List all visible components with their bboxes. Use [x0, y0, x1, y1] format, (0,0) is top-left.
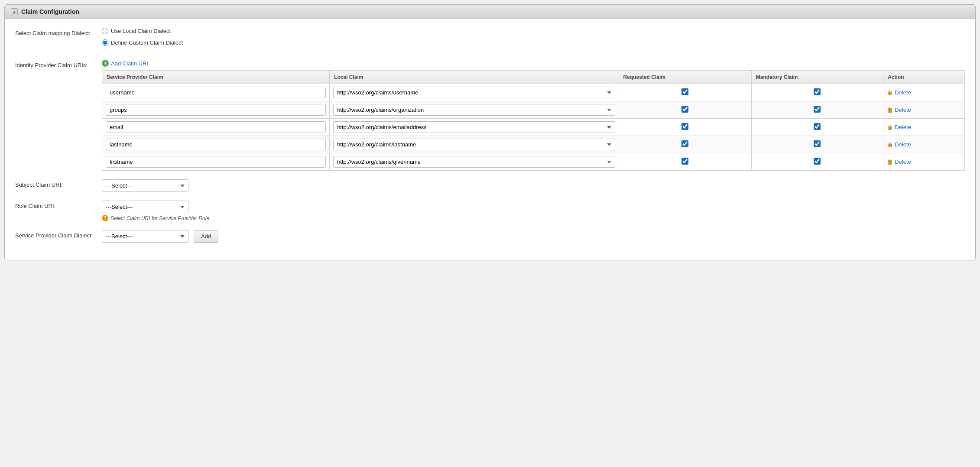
- delete-label: Delete: [895, 124, 911, 130]
- action-cell: 🗑Delete: [883, 153, 965, 171]
- mandatory-checkbox[interactable]: [814, 123, 821, 130]
- radio-custom-label: Define Custom Claim Dialect: [111, 39, 183, 46]
- mandatory-checkbox[interactable]: [814, 88, 821, 95]
- role-claim-row: Role Claim URI: ---Select--- ? Select Cl…: [15, 201, 965, 221]
- action-cell: 🗑Delete: [883, 119, 965, 136]
- title-bar: ▲ Claim Configuration: [5, 5, 975, 19]
- add-claim-icon: +: [102, 60, 109, 67]
- subject-claim-row: Subject Claim URI: ---Select---: [15, 179, 965, 192]
- select-claim-label: Select Claim mapping Dialect:: [15, 28, 102, 37]
- action-cell: 🗑Delete: [883, 84, 965, 101]
- th-local-claim: Local Claim: [330, 71, 619, 84]
- sp-claim-dialect-input-row: ---Select--- Add: [102, 230, 965, 243]
- local-claim-select[interactable]: http://wso2.org/claims/usernamehttp://ws…: [333, 104, 615, 116]
- select-claim-row: Select Claim mapping Dialect: Use Local …: [15, 28, 965, 51]
- table-header-row: Service Provider Claim Local Claim Reque…: [102, 71, 965, 84]
- local-claim-cell: http://wso2.org/claims/usernamehttp://ws…: [330, 136, 619, 153]
- local-claim-cell: http://wso2.org/claims/usernamehttp://ws…: [330, 153, 619, 171]
- idp-claim-label: Identity Provider Claim URIs:: [15, 60, 102, 69]
- help-icon: ?: [102, 215, 108, 221]
- table-row: http://wso2.org/claims/usernamehttp://ws…: [102, 153, 965, 171]
- role-claim-label: Role Claim URI:: [15, 201, 102, 210]
- trash-icon: 🗑: [887, 159, 893, 165]
- local-claim-select[interactable]: http://wso2.org/claims/usernamehttp://ws…: [333, 139, 615, 150]
- local-claim-select[interactable]: http://wso2.org/claims/usernamehttp://ws…: [333, 87, 615, 98]
- subject-claim-select[interactable]: ---Select---: [102, 179, 188, 192]
- requested-claim-cell: [619, 136, 751, 153]
- table-row: http://wso2.org/claims/usernamehttp://ws…: [102, 84, 965, 101]
- th-mandatory: Mandatory Claim: [751, 71, 883, 84]
- idp-claim-control: + Add Claim URI Service Provider Claim L…: [102, 60, 965, 171]
- radio-custom-option[interactable]: Define Custom Claim Dialect: [102, 39, 965, 46]
- sp-claim-cell: [102, 84, 330, 101]
- sp-claim-input[interactable]: [106, 139, 326, 150]
- mandatory-checkbox[interactable]: [814, 158, 821, 165]
- requested-checkbox[interactable]: [681, 123, 688, 130]
- delete-label: Delete: [895, 159, 911, 165]
- dialect-options: Use Local Claim Dialect Define Custom Cl…: [102, 28, 965, 51]
- mandatory-checkbox[interactable]: [814, 140, 821, 147]
- sp-claim-input[interactable]: [106, 121, 326, 133]
- local-claim-cell: http://wso2.org/claims/usernamehttp://ws…: [330, 84, 619, 101]
- sp-claim-input[interactable]: [106, 104, 326, 116]
- local-claim-cell: http://wso2.org/claims/usernamehttp://ws…: [330, 101, 619, 119]
- requested-checkbox[interactable]: [681, 88, 688, 95]
- add-dialect-button[interactable]: Add: [194, 230, 218, 243]
- trash-icon: 🗑: [887, 107, 893, 114]
- trash-icon: 🗑: [887, 89, 893, 96]
- table-row: http://wso2.org/claims/usernamehttp://ws…: [102, 119, 965, 136]
- sp-claim-dialect-control: ---Select--- Add: [102, 230, 965, 243]
- sp-claim-input[interactable]: [106, 87, 326, 98]
- form-content: Select Claim mapping Dialect: Use Local …: [5, 19, 975, 260]
- collapse-button[interactable]: ▲: [11, 8, 18, 15]
- th-sp-claim: Service Provider Claim: [102, 71, 330, 84]
- add-claim-uri-label: Add Claim URI: [111, 60, 148, 67]
- delete-button[interactable]: 🗑Delete: [887, 89, 961, 96]
- requested-claim-cell: [619, 84, 751, 101]
- mandatory-claim-cell: [751, 153, 883, 171]
- delete-button[interactable]: 🗑Delete: [887, 107, 961, 114]
- radio-local-label: Use Local Claim Dialect: [111, 28, 171, 34]
- sp-claim-cell: [102, 153, 330, 171]
- mandatory-claim-cell: [751, 119, 883, 136]
- th-requested: Requested Claim: [619, 71, 751, 84]
- radio-local[interactable]: [102, 28, 108, 34]
- radio-custom[interactable]: [102, 39, 108, 46]
- requested-checkbox[interactable]: [681, 106, 688, 113]
- delete-button[interactable]: 🗑Delete: [887, 141, 961, 148]
- role-claim-help-row: ? Select Claim URI for Service Provider …: [102, 215, 965, 221]
- requested-claim-cell: [619, 119, 751, 136]
- idp-claim-row: Identity Provider Claim URIs: + Add Clai…: [15, 60, 965, 171]
- delete-button[interactable]: 🗑Delete: [887, 159, 961, 165]
- mandatory-checkbox[interactable]: [814, 106, 821, 113]
- table-row: http://wso2.org/claims/usernamehttp://ws…: [102, 136, 965, 153]
- role-claim-select[interactable]: ---Select---: [102, 201, 188, 213]
- subject-claim-label: Subject Claim URI:: [15, 179, 102, 189]
- sp-claim-cell: [102, 101, 330, 119]
- mandatory-claim-cell: [751, 101, 883, 119]
- collapse-icon: ▲: [12, 10, 16, 14]
- sp-claim-input[interactable]: [106, 156, 326, 168]
- radio-local-option[interactable]: Use Local Claim Dialect: [102, 28, 965, 34]
- window-title: Claim Configuration: [21, 8, 79, 15]
- sp-claim-dialect-select[interactable]: ---Select---: [102, 230, 188, 243]
- delete-button[interactable]: 🗑Delete: [887, 124, 961, 131]
- requested-checkbox[interactable]: [681, 140, 688, 147]
- requested-claim-cell: [619, 153, 751, 171]
- role-claim-help-text: Select Claim URI for Service Provider Ro…: [110, 215, 209, 221]
- delete-label: Delete: [895, 89, 911, 96]
- action-cell: 🗑Delete: [883, 136, 965, 153]
- table-row: http://wso2.org/claims/usernamehttp://ws…: [102, 101, 965, 119]
- local-claim-select[interactable]: http://wso2.org/claims/usernamehttp://ws…: [333, 156, 615, 168]
- requested-checkbox[interactable]: [681, 158, 688, 165]
- claims-table: Service Provider Claim Local Claim Reque…: [102, 70, 965, 171]
- add-claim-uri-link[interactable]: + Add Claim URI: [102, 60, 965, 67]
- trash-icon: 🗑: [887, 141, 893, 148]
- trash-icon: 🗑: [887, 124, 893, 131]
- delete-label: Delete: [895, 107, 911, 113]
- sp-claim-cell: [102, 136, 330, 153]
- mandatory-claim-cell: [751, 136, 883, 153]
- local-claim-select[interactable]: http://wso2.org/claims/usernamehttp://ws…: [333, 121, 615, 133]
- requested-claim-cell: [619, 101, 751, 119]
- local-claim-cell: http://wso2.org/claims/usernamehttp://ws…: [330, 119, 619, 136]
